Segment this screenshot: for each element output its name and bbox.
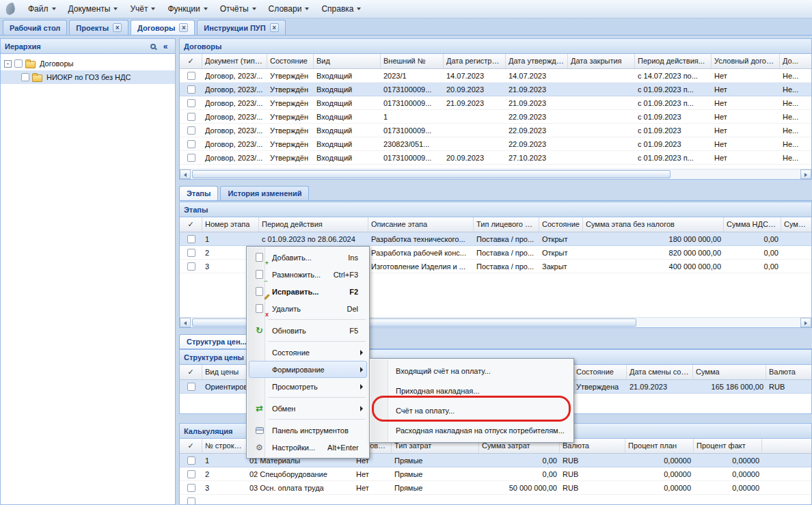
menu-item-delete[interactable]: x Удалить Del — [249, 300, 367, 317]
row-checkbox[interactable] — [180, 69, 202, 82]
menu-item-add[interactable]: + Добавить... Ins — [249, 249, 367, 266]
column-header[interactable]: Валюта — [766, 365, 812, 379]
tree-node-niokr[interactable]: НИОКР по ГОЗ без НДС — [1, 70, 175, 84]
menu-help[interactable]: Справка — [315, 1, 367, 16]
menu-documents[interactable]: Документы — [62, 1, 124, 16]
column-header[interactable]: Сумма — [693, 365, 766, 379]
menu-item-generate[interactable]: Формирование — [249, 361, 367, 378]
column-header[interactable]: Документ (тип, №... — [202, 54, 267, 68]
table-row[interactable]: Договор, 2023/... Утверждён Входящий 230… — [180, 137, 811, 151]
column-header[interactable]: Номер этапа — [202, 217, 259, 232]
row-checkbox[interactable] — [180, 495, 202, 505]
column-header[interactable]: Период действия — [259, 217, 368, 232]
scroll-left-button[interactable] — [180, 169, 191, 179]
tab-projects[interactable]: Проекты — [69, 20, 128, 35]
select-all-header[interactable] — [180, 365, 202, 379]
horizontal-scrollbar[interactable] — [180, 169, 811, 179]
menu-item-settings[interactable]: ⚙ Настройки... Alt+Enter — [249, 439, 367, 456]
column-header[interactable]: Период действия... — [635, 54, 712, 68]
collapse-node-icon[interactable] — [4, 60, 12, 68]
menu-item-view[interactable]: Просмотреть — [249, 378, 367, 395]
row-checkbox[interactable] — [180, 151, 202, 164]
scrollbar-thumb[interactable] — [192, 170, 671, 178]
row-checkbox[interactable] — [180, 454, 202, 467]
row-checkbox[interactable] — [180, 110, 202, 123]
menu-item-exchange[interactable]: ⇄ Обмен — [249, 400, 367, 417]
tab-history[interactable]: История изменений — [220, 186, 309, 200]
table-row[interactable]: Договор, 2023/... Утверждён Входящий 017… — [180, 124, 811, 137]
column-header[interactable]: Состояние — [573, 365, 627, 379]
column-header[interactable]: Состояние — [539, 217, 583, 232]
column-header[interactable]: Дата утверждения — [506, 54, 568, 68]
row-checkbox[interactable] — [180, 137, 202, 150]
submenu-item-invoice[interactable]: Счёт на оплату... — [372, 400, 571, 420]
column-header[interactable]: Процент план — [625, 439, 694, 453]
table-row[interactable]: Договор, 2023/... Утверждён Входящий 017… — [180, 151, 811, 165]
tree-node-contracts[interactable]: Договоры — [1, 57, 175, 70]
row-checkbox[interactable] — [180, 380, 202, 393]
tab-desktop[interactable]: Рабочий стол — [3, 20, 67, 35]
table-row[interactable]: 3 03 Осн. оплата труда Нет Прямые 50 000… — [180, 481, 811, 495]
column-header[interactable]: Сумма этапа без налогов — [583, 217, 724, 232]
menu-file[interactable]: Файл — [22, 1, 62, 16]
column-header[interactable]: Сумма эт... — [781, 217, 812, 232]
menu-item-state[interactable]: Состояние — [249, 344, 367, 361]
menu-item-duplicate[interactable]: → Размножить... Ctrl+F3 — [249, 266, 367, 283]
column-header[interactable]: Состояние — [267, 54, 314, 68]
menu-functions[interactable]: Функции — [161, 1, 213, 16]
select-all-header[interactable] — [180, 217, 202, 232]
submenu-item-dispatch-note[interactable]: Расходная накладная на отпуск потребител… — [372, 420, 571, 440]
row-checkbox[interactable] — [180, 124, 202, 137]
column-header[interactable]: Сумма НДС этапа — [724, 217, 781, 232]
row-checkbox[interactable] — [180, 481, 202, 494]
menu-accounting[interactable]: Учёт — [124, 1, 161, 16]
column-header[interactable]: Процент факт — [694, 439, 762, 453]
menu-dictionaries[interactable]: Словари — [262, 1, 316, 16]
tab-close-icon[interactable] — [113, 23, 122, 32]
row-checkbox[interactable] — [180, 83, 202, 96]
column-header[interactable]: Условный договор — [712, 54, 780, 68]
row-checkbox[interactable] — [180, 260, 202, 273]
menu-item-toolbar[interactable]: Панель инструментов — [249, 422, 367, 439]
submenu-item-incoming-invoice[interactable]: Входящий счёт на оплату... — [372, 361, 571, 381]
table-row-selected[interactable]: Договор, 2023/... Утверждён Входящий 017… — [180, 83, 811, 96]
table-row[interactable] — [180, 495, 811, 505]
table-row-selected[interactable]: 1 с 01.09.2023 по 28.06.2024 Разработка … — [180, 232, 811, 246]
menu-reports[interactable]: Отчёты — [214, 1, 262, 16]
tab-close-icon[interactable] — [179, 23, 188, 32]
tab-close-icon[interactable] — [270, 23, 279, 32]
menu-item-edit[interactable]: Исправить... F2 — [249, 283, 367, 300]
row-checkbox[interactable] — [180, 232, 202, 245]
column-header[interactable]: До... — [780, 54, 812, 68]
scroll-right-button[interactable] — [800, 169, 811, 179]
node-checkbox[interactable] — [14, 59, 23, 68]
submenu-item-receipt-note[interactable]: Приходная накладная... — [372, 381, 571, 400]
column-header[interactable]: Дата регистрации — [444, 54, 506, 68]
scroll-left-button[interactable] — [180, 318, 191, 327]
tab-instructions[interactable]: Инструкции ПУП — [197, 20, 285, 35]
node-checkbox[interactable] — [21, 73, 29, 81]
column-header[interactable]: Дата смены состоя — [627, 365, 693, 379]
table-row[interactable]: Договор, 2023/... Утверждён Входящий 017… — [180, 96, 811, 110]
tree-search-icon[interactable] — [148, 41, 159, 52]
table-row[interactable]: Договор, 2023/... Утверждён Входящий 1 2… — [180, 110, 811, 124]
row-checkbox[interactable] — [180, 246, 202, 259]
column-header[interactable]: Вид — [314, 54, 381, 68]
column-header[interactable]: № строки кал... — [202, 439, 247, 453]
scroll-right-button[interactable] — [800, 318, 811, 327]
table-row[interactable]: 2 02 Спецоборудование Нет Прямые 0,00 RU… — [180, 467, 811, 481]
column-header[interactable]: Дата закрытия — [568, 54, 635, 68]
collapse-panel-icon[interactable] — [160, 41, 171, 52]
row-checkbox[interactable] — [180, 467, 202, 480]
tab-price-structure[interactable]: Структура цен... — [179, 334, 254, 349]
select-all-header[interactable] — [180, 54, 202, 68]
select-all-header[interactable] — [180, 439, 202, 453]
column-header[interactable]: Тип лицевого счёт — [474, 217, 539, 232]
column-header[interactable]: Внешний № — [381, 54, 444, 68]
row-checkbox[interactable] — [180, 96, 202, 109]
menu-item-refresh[interactable]: ↻ Обновить F5 — [249, 322, 367, 339]
tab-stages[interactable]: Этапы — [179, 186, 218, 200]
column-header[interactable]: Описание этапа — [368, 217, 474, 232]
table-row[interactable]: Договор, 2023/... Утверждён Входящий 202… — [180, 69, 811, 83]
tab-contracts[interactable]: Договоры — [131, 20, 195, 35]
